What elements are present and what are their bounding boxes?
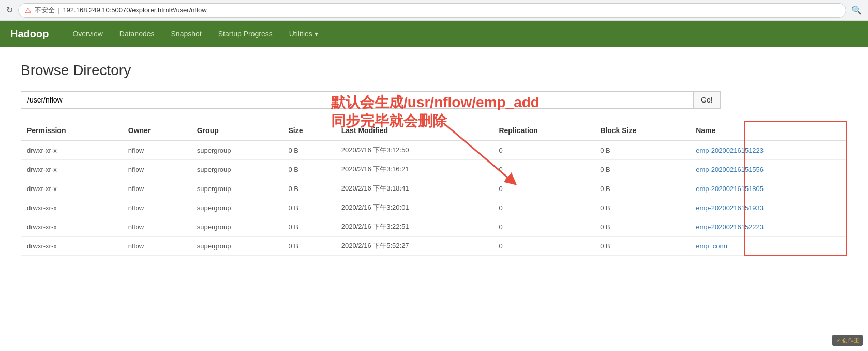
dir-link[interactable]: emp-20200216151933: [696, 204, 764, 212]
nav-startup-progress[interactable]: Startup Progress: [210, 21, 281, 47]
directory-table: Permission Owner Group Size Last Modifie…: [21, 121, 847, 256]
cell-owner: nflow: [122, 237, 191, 256]
cell-name: emp-20200216151933: [690, 198, 847, 217]
cell-block-size: 0 B: [594, 179, 690, 198]
cell-group: supergroup: [191, 217, 282, 237]
nav-datanodes[interactable]: Datanodes: [111, 21, 163, 47]
cell-replication: 0: [492, 179, 594, 198]
cell-size: 0 B: [282, 217, 335, 237]
cell-owner: nflow: [122, 140, 191, 160]
cell-size: 0 B: [282, 237, 335, 256]
table-header-row: Permission Owner Group Size Last Modifie…: [21, 121, 847, 140]
directory-table-wrapper: Permission Owner Group Size Last Modifie…: [21, 121, 847, 256]
cell-owner: nflow: [122, 198, 191, 217]
dir-link[interactable]: emp-20200216151223: [696, 147, 764, 154]
search-bar: Go!: [21, 91, 847, 109]
navbar-brand[interactable]: Hadoop: [10, 28, 49, 40]
cell-replication: 0: [492, 140, 594, 160]
col-header-block-size: Block Size: [594, 121, 690, 140]
table-row: drwxr-xr-xnflowsupergroup0 B2020/2/16 下午…: [21, 140, 847, 160]
cell-size: 0 B: [282, 140, 335, 160]
nav-snapshot[interactable]: Snapshot: [163, 21, 210, 47]
col-header-group: Group: [191, 121, 282, 140]
cell-group: supergroup: [191, 160, 282, 179]
cell-replication: 0: [492, 217, 594, 237]
separator: |: [58, 6, 59, 14]
cell-owner: nflow: [122, 160, 191, 179]
cell-last-modified: 2020/2/16 下午3:22:51: [335, 217, 493, 237]
cell-name: emp-20200216151805: [690, 179, 847, 198]
cell-last-modified: 2020/2/16 下午3:20:01: [335, 198, 493, 217]
cell-group: supergroup: [191, 179, 282, 198]
cell-group: supergroup: [191, 140, 282, 160]
browser-chrome: ↻ ⚠ 不安全 | 192.168.249.10:50070/explorer.…: [0, 0, 868, 21]
navbar: Hadoop Overview Datanodes Snapshot Start…: [0, 21, 868, 47]
url-text: 192.168.249.10:50070/explorer.html#/user…: [63, 6, 206, 14]
cell-last-modified: 2020/2/16 下午3:18:41: [335, 179, 493, 198]
cell-last-modified: 2020/2/16 下午3:16:21: [335, 160, 493, 179]
cell-group: supergroup: [191, 237, 282, 256]
main-content: Browse Directory Go! Permission Owner Gr…: [0, 47, 868, 271]
nav-utilities[interactable]: Utilities ▾: [281, 21, 326, 47]
cell-name: emp-20200216151223: [690, 140, 847, 160]
address-bar[interactable]: ⚠ 不安全 | 192.168.249.10:50070/explorer.ht…: [18, 3, 846, 18]
cell-replication: 0: [492, 198, 594, 217]
go-button[interactable]: Go!: [693, 91, 721, 109]
col-header-last-modified: Last Modified: [335, 121, 493, 140]
dir-link[interactable]: emp_conn: [696, 242, 727, 250]
cell-block-size: 0 B: [594, 198, 690, 217]
cell-name: emp-20200216151556: [690, 160, 847, 179]
dir-link[interactable]: emp-20200216151805: [696, 185, 764, 193]
cell-permission: drwxr-xr-x: [21, 217, 122, 237]
cell-owner: nflow: [122, 217, 191, 237]
cell-block-size: 0 B: [594, 237, 690, 256]
cell-block-size: 0 B: [594, 217, 690, 237]
cell-permission: drwxr-xr-x: [21, 237, 122, 256]
cell-last-modified: 2020/2/16 下午5:52:27: [335, 237, 493, 256]
cell-block-size: 0 B: [594, 140, 690, 160]
cell-name: emp-20200216152223: [690, 217, 847, 237]
col-header-owner: Owner: [122, 121, 191, 140]
cell-permission: drwxr-xr-x: [21, 179, 122, 198]
table-row: drwxr-xr-xnflowsupergroup0 B2020/2/16 下午…: [21, 198, 847, 217]
col-header-permission: Permission: [21, 121, 122, 140]
col-header-replication: Replication: [492, 121, 594, 140]
browser-search-icon[interactable]: 🔍: [851, 5, 862, 15]
dir-link[interactable]: emp-20200216152223: [696, 223, 764, 231]
cell-last-modified: 2020/2/16 下午3:12:50: [335, 140, 493, 160]
cell-name: emp_conn: [690, 237, 847, 256]
cell-group: supergroup: [191, 198, 282, 217]
insecure-label: 不安全: [35, 6, 55, 15]
cell-permission: drwxr-xr-x: [21, 198, 122, 217]
cell-block-size: 0 B: [594, 160, 690, 179]
cell-owner: nflow: [122, 179, 191, 198]
reload-icon[interactable]: ↻: [6, 5, 13, 15]
dir-link[interactable]: emp-20200216151556: [696, 166, 764, 173]
cell-size: 0 B: [282, 179, 335, 198]
cell-size: 0 B: [282, 198, 335, 217]
col-header-name: Name: [690, 121, 847, 140]
page-title: Browse Directory: [21, 62, 847, 79]
cell-permission: drwxr-xr-x: [21, 140, 122, 160]
cell-replication: 0: [492, 237, 594, 256]
cell-replication: 0: [492, 160, 594, 179]
cell-permission: drwxr-xr-x: [21, 160, 122, 179]
col-header-size: Size: [282, 121, 335, 140]
nav-overview[interactable]: Overview: [64, 21, 111, 47]
table-row: drwxr-xr-xnflowsupergroup0 B2020/2/16 下午…: [21, 237, 847, 256]
table-row: drwxr-xr-xnflowsupergroup0 B2020/2/16 下午…: [21, 160, 847, 179]
cell-size: 0 B: [282, 160, 335, 179]
table-row: drwxr-xr-xnflowsupergroup0 B2020/2/16 下午…: [21, 217, 847, 237]
table-row: drwxr-xr-xnflowsupergroup0 B2020/2/16 下午…: [21, 179, 847, 198]
path-input[interactable]: [21, 91, 693, 109]
warning-icon: ⚠: [25, 6, 32, 14]
